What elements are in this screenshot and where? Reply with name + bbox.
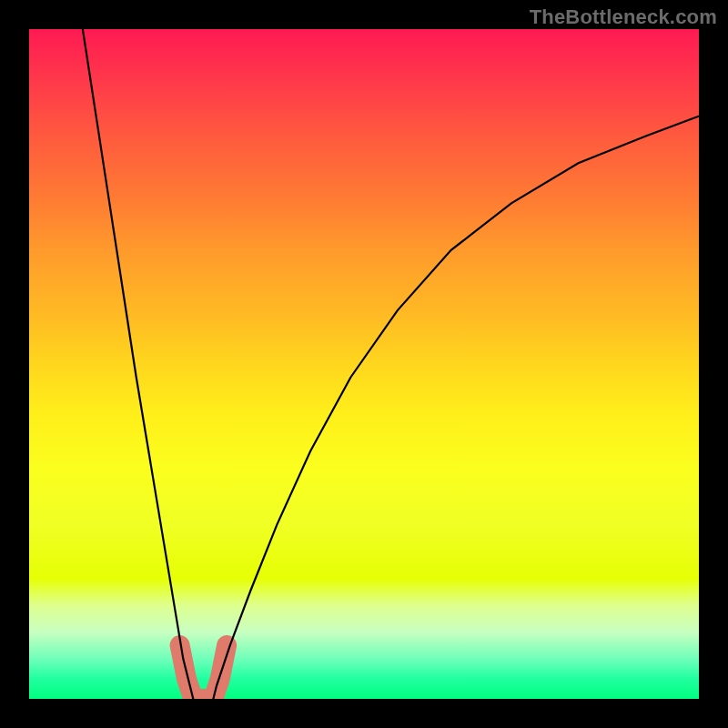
curve-left-branch: [83, 29, 193, 699]
chart-root: TheBottleneck.com: [0, 0, 728, 728]
watermark-text: TheBottleneck.com: [530, 5, 717, 29]
curve-right-branch: [213, 116, 699, 699]
plot-area: [29, 29, 699, 699]
curve-layer: [29, 29, 699, 699]
